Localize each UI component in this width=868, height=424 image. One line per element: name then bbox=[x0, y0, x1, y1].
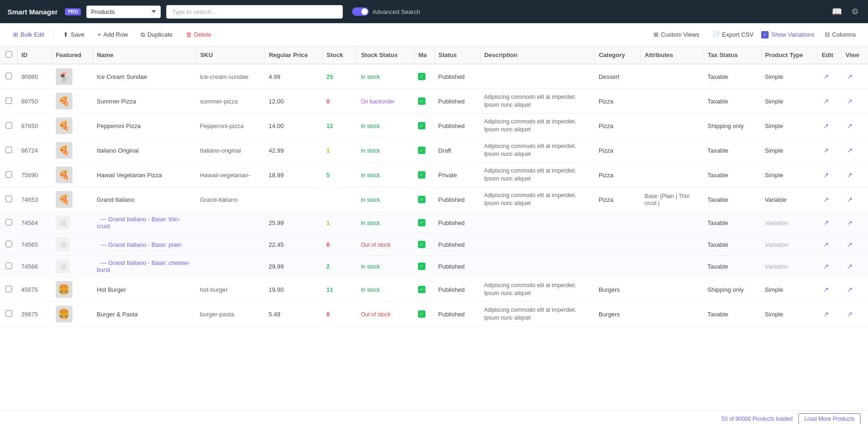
cell-view[interactable]: ↗ bbox=[842, 89, 868, 114]
cell-edit[interactable]: ↗ bbox=[818, 212, 842, 234]
cell-edit[interactable]: ↗ bbox=[818, 163, 842, 187]
edit-icon[interactable]: ↗ bbox=[822, 218, 831, 227]
cell-view[interactable]: ↗ bbox=[842, 163, 868, 187]
th-name[interactable]: Name bbox=[93, 46, 196, 64]
view-icon[interactable]: ↗ bbox=[845, 262, 855, 271]
view-icon[interactable]: ↗ bbox=[845, 309, 855, 319]
th-description[interactable]: Description bbox=[480, 46, 595, 64]
view-icon[interactable]: ↗ bbox=[845, 72, 855, 81]
edit-icon[interactable]: ↗ bbox=[822, 146, 831, 155]
cell-view[interactable]: ↗ bbox=[842, 64, 868, 89]
th-select-all[interactable] bbox=[0, 46, 18, 64]
cell-edit[interactable]: ↗ bbox=[818, 64, 842, 89]
th-id[interactable]: ID bbox=[18, 46, 52, 64]
view-icon[interactable]: ↗ bbox=[845, 146, 855, 155]
row-checkbox-cell[interactable] bbox=[0, 138, 18, 163]
row-checkbox[interactable] bbox=[6, 219, 12, 225]
delete-button[interactable]: 🗑 Delete bbox=[180, 28, 217, 41]
row-checkbox-cell[interactable] bbox=[0, 256, 18, 277]
th-product-type[interactable]: Product Type bbox=[761, 46, 818, 64]
view-icon[interactable]: ↗ bbox=[845, 240, 855, 249]
cell-edit[interactable]: ↗ bbox=[818, 277, 842, 302]
row-checkbox-cell[interactable] bbox=[0, 277, 18, 302]
select-all-checkbox[interactable] bbox=[6, 51, 12, 58]
cell-edit[interactable]: ↗ bbox=[818, 138, 842, 163]
row-checkbox[interactable] bbox=[6, 241, 12, 247]
th-attributes[interactable]: Attributes bbox=[641, 46, 704, 64]
th-tax-status[interactable]: Tax Status bbox=[704, 46, 761, 64]
cell-edit[interactable]: ↗ bbox=[818, 302, 842, 327]
th-ma[interactable]: Ma bbox=[414, 46, 434, 64]
th-category[interactable]: Category bbox=[595, 46, 641, 64]
view-icon[interactable]: ↗ bbox=[845, 218, 855, 227]
row-checkbox-cell[interactable] bbox=[0, 163, 18, 187]
cell-view[interactable]: ↗ bbox=[842, 212, 868, 234]
view-icon[interactable]: ↗ bbox=[845, 121, 855, 130]
th-status[interactable]: Status bbox=[435, 46, 481, 64]
cell-view[interactable]: ↗ bbox=[842, 256, 868, 277]
row-checkbox[interactable] bbox=[6, 73, 12, 79]
edit-icon[interactable]: ↗ bbox=[822, 72, 831, 81]
row-checkbox-cell[interactable] bbox=[0, 234, 18, 256]
row-checkbox[interactable] bbox=[6, 147, 12, 153]
cell-edit[interactable]: ↗ bbox=[818, 114, 842, 138]
row-checkbox-cell[interactable] bbox=[0, 64, 18, 89]
cell-edit[interactable]: ↗ bbox=[818, 234, 842, 256]
custom-views-button[interactable]: ⊞ Custom Views bbox=[648, 28, 705, 41]
th-sku[interactable]: SKU bbox=[196, 46, 265, 64]
cell-edit[interactable]: ↗ bbox=[818, 89, 842, 114]
edit-icon[interactable]: ↗ bbox=[822, 195, 831, 204]
edit-icon[interactable]: ↗ bbox=[822, 121, 831, 130]
th-regular-price[interactable]: Regular Price bbox=[265, 46, 322, 64]
cell-view[interactable]: ↗ bbox=[842, 187, 868, 212]
export-csv-button[interactable]: 📄 Export CSV bbox=[707, 28, 759, 41]
cell-edit[interactable]: ↗ bbox=[818, 256, 842, 277]
th-featured[interactable]: Featured bbox=[52, 46, 93, 64]
row-checkbox-cell[interactable] bbox=[0, 302, 18, 327]
book-icon[interactable]: 📖 bbox=[830, 5, 844, 19]
save-button[interactable]: ⬆ Save bbox=[58, 28, 90, 41]
row-checkbox-cell[interactable] bbox=[0, 187, 18, 212]
cell-stock-status: On backorder bbox=[357, 89, 414, 114]
row-checkbox-cell[interactable] bbox=[0, 114, 18, 138]
view-icon[interactable]: ↗ bbox=[845, 285, 855, 294]
edit-icon[interactable]: ↗ bbox=[822, 170, 831, 180]
search-input[interactable] bbox=[166, 5, 343, 19]
th-stock[interactable]: Stock bbox=[323, 46, 357, 64]
th-stock-status[interactable]: Stock Status bbox=[357, 46, 414, 64]
row-checkbox-cell[interactable] bbox=[0, 212, 18, 234]
bulk-edit-button[interactable]: ⊞ Bulk Edit bbox=[7, 28, 50, 41]
entity-select[interactable]: Products Orders Coupons Users bbox=[86, 6, 161, 18]
cell-view[interactable]: ↗ bbox=[842, 138, 868, 163]
row-checkbox-cell[interactable] bbox=[0, 89, 18, 114]
cell-tax-status: Taxable bbox=[704, 64, 761, 89]
view-icon[interactable]: ↗ bbox=[845, 96, 855, 106]
row-checkbox[interactable] bbox=[6, 286, 12, 292]
cell-view[interactable]: ↗ bbox=[842, 277, 868, 302]
row-checkbox[interactable] bbox=[6, 196, 12, 202]
cell-edit[interactable]: ↗ bbox=[818, 187, 842, 212]
cell-view[interactable]: ↗ bbox=[842, 302, 868, 327]
cell-view[interactable]: ↗ bbox=[842, 114, 868, 138]
edit-icon[interactable]: ↗ bbox=[822, 262, 831, 271]
row-checkbox[interactable] bbox=[6, 97, 12, 104]
view-icon[interactable]: ↗ bbox=[845, 170, 855, 180]
load-more-button[interactable]: Load More Products bbox=[798, 413, 861, 424]
cell-view[interactable]: ↗ bbox=[842, 234, 868, 256]
add-row-button[interactable]: + Add Row bbox=[92, 28, 133, 41]
edit-icon[interactable]: ↗ bbox=[822, 96, 831, 106]
columns-button[interactable]: ⊟ Columns bbox=[820, 28, 861, 41]
edit-icon[interactable]: ↗ bbox=[822, 309, 831, 319]
view-icon[interactable]: ↗ bbox=[845, 195, 855, 204]
row-checkbox[interactable] bbox=[6, 310, 12, 317]
row-checkbox[interactable] bbox=[6, 263, 12, 269]
advanced-search-toggle[interactable] bbox=[352, 7, 369, 16]
settings-icon[interactable]: ⚙ bbox=[849, 5, 861, 19]
edit-icon[interactable]: ↗ bbox=[822, 240, 831, 249]
cell-stock-status: In stock bbox=[357, 114, 414, 138]
show-variations-toggle[interactable]: ✓ Show Variations bbox=[761, 31, 815, 39]
edit-icon[interactable]: ↗ bbox=[822, 285, 831, 294]
row-checkbox[interactable] bbox=[6, 171, 12, 178]
row-checkbox[interactable] bbox=[6, 122, 12, 128]
duplicate-button[interactable]: ⧉ Duplicate bbox=[135, 28, 178, 41]
